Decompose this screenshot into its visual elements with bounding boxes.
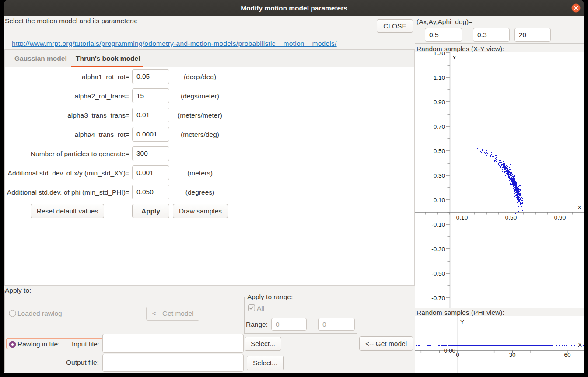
svg-text:Y: Y [460,319,464,325]
svg-text:-0.50: -0.50 [431,270,445,277]
svg-text:0.00: 0.00 [444,347,455,354]
svg-text:-0.70: -0.70 [431,295,445,301]
svg-text:30: 30 [509,352,515,358]
svg-text:1.30: 1.30 [434,52,445,56]
svg-text:0.30: 0.30 [434,172,445,179]
svg-text:0.50: 0.50 [505,214,517,221]
svg-text:0: 0 [456,352,459,358]
svg-text:0.90: 0.90 [554,214,566,221]
svg-text:0.10: 0.10 [434,197,445,203]
svg-text:0.70: 0.70 [434,123,445,130]
svg-text:0.90: 0.90 [434,99,445,105]
svg-text:0.10: 0.10 [456,214,468,221]
svg-text:Y: Y [452,54,456,61]
svg-text:-0.10: -0.10 [431,221,445,228]
svg-text:X: X [578,342,582,348]
svg-text:X: X [578,204,581,211]
svg-text:1.10: 1.10 [434,74,445,81]
svg-text:0.50: 0.50 [434,148,445,154]
svg-text:60: 60 [564,352,570,358]
svg-text:-0.30: -0.30 [431,246,445,252]
